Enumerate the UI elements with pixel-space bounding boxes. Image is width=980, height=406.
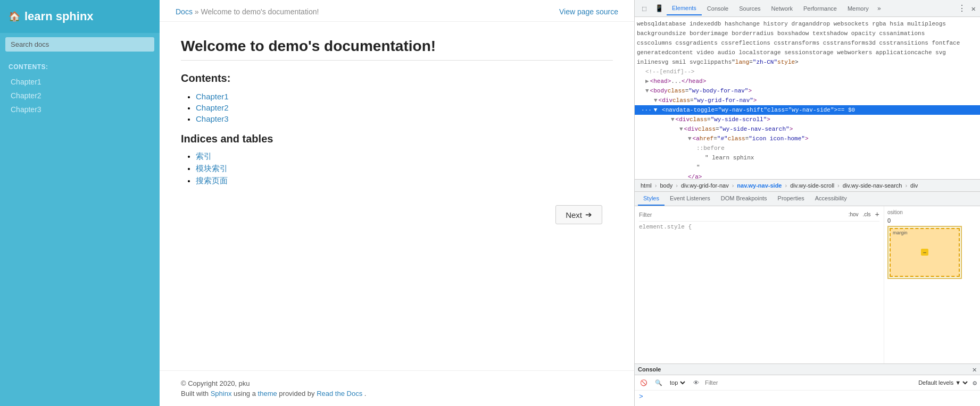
search-page-link[interactable]: 搜索页面	[196, 176, 228, 185]
styles-pseudo-filter[interactable]: :hov	[849, 212, 859, 217]
bc-div-scroll[interactable]: div.wy-side-scroll	[788, 182, 836, 189]
module-index-link[interactable]: 模块索引	[196, 164, 228, 173]
index-link[interactable]: 索引	[196, 151, 212, 160]
sidebar-item-chapter1[interactable]: Chapter1	[0, 75, 160, 89]
contents-section-title: Contents:	[181, 72, 613, 84]
styles-cls-filter[interactable]: .cls	[863, 212, 871, 217]
sidebar-nav: Chapter1 Chapter2 Chapter3	[0, 73, 160, 119]
box-model-margin: margin –	[890, 228, 960, 277]
devtools-styles-panel: :hov .cls + element.style {	[635, 206, 884, 364]
console-toolbar: 🚫 🔍 top 👁 Default levels ▼ ⚙	[635, 375, 980, 391]
html-line: csscolumns cssgradients cssreflections c…	[635, 38, 980, 48]
html-line: ▼ <div class="wy-grid-for-nav">	[635, 96, 980, 105]
html-line-selected[interactable]: ··· ▼ <nav data-toggle="wy-nav-shift" cl…	[635, 105, 980, 115]
index-list: 索引 模块索引 搜索页面	[181, 151, 613, 186]
console-filter-input[interactable]	[705, 379, 913, 386]
tab-styles[interactable]: Styles	[638, 192, 665, 206]
sidebar-contents-label: CONTENTS:	[0, 56, 160, 73]
bc-div[interactable]: div	[909, 182, 919, 189]
footer-copyright: © Copyright 2020, pku	[181, 379, 613, 387]
next-label: Next	[566, 210, 582, 219]
bc-div-grid[interactable]: div.wy-grid-for-nav	[679, 182, 730, 189]
tab-memory[interactable]: Memory	[842, 2, 874, 15]
breadcrumb-separator: »	[195, 7, 201, 16]
html-line: " learn sphinx	[635, 153, 980, 163]
indices-section-title: Indices and tables	[181, 133, 613, 145]
main-area: Docs » Welcome to demo's documentation! …	[160, 0, 634, 406]
breadcrumb-docs-link[interactable]: Docs	[176, 7, 193, 16]
tab-accessibility[interactable]: Accessibility	[810, 192, 852, 206]
element-style-block: element.style {	[639, 224, 879, 231]
toc-chapter2-link[interactable]: Chapter2	[196, 103, 229, 112]
sidebar-toggle-button[interactable]: <	[0, 192, 2, 214]
styles-add-rule-icon[interactable]: +	[875, 210, 879, 219]
element-style-label: element.style {	[639, 224, 879, 230]
list-item: 搜索页面	[196, 176, 613, 186]
tab-sources[interactable]: Sources	[734, 2, 766, 15]
margin-value: –	[921, 249, 928, 256]
devtools-breadcrumb: html › body › div.wy-grid-for-nav › nav.…	[635, 179, 980, 192]
console-filter-icon[interactable]: 🔍	[653, 377, 665, 388]
console-close-icon[interactable]: ✕	[973, 365, 977, 374]
tab-dom-breakpoints[interactable]: DOM Breakpoints	[716, 192, 773, 206]
devtools-menu-icon[interactable]: ⋮	[954, 3, 969, 13]
main-content: Welcome to demo's documentation! Content…	[160, 22, 634, 370]
devtools-top-tabs: ⬚ 📱 Elements Console Sources Network Per…	[635, 0, 980, 17]
html-line: "	[635, 163, 980, 172]
prompt-arrow-icon: >	[639, 393, 643, 401]
search-input[interactable]	[5, 37, 154, 52]
next-button[interactable]: Next ➔	[555, 205, 602, 224]
breadcrumb: Docs » Welcome to demo's documentation!	[176, 7, 319, 16]
sidebar-item-chapter3[interactable]: Chapter3	[0, 103, 160, 116]
toc-chapter3-link[interactable]: Chapter3	[196, 114, 229, 123]
html-line: <!--[endif]-->	[635, 67, 980, 77]
html-line: ▼ <body class="wy-body-for-nav">	[635, 86, 980, 96]
theme-link[interactable]: theme	[258, 390, 277, 397]
list-item: Chapter3	[196, 114, 613, 123]
page-title: Welcome to demo's documentation!	[181, 38, 613, 61]
tab-console[interactable]: Console	[702, 2, 734, 15]
bc-body[interactable]: body	[658, 182, 674, 189]
devtools-box-model-panel: osition 0 margin –	[884, 206, 980, 364]
devtools-close-icon[interactable]: ✕	[969, 4, 978, 13]
sidebar-title[interactable]: 🏠 learn sphinx	[0, 0, 160, 33]
console-clear-icon[interactable]: 🚫	[638, 377, 650, 388]
built-suffix: .	[364, 390, 367, 397]
tab-performance[interactable]: Performance	[798, 2, 842, 15]
tab-elements[interactable]: Elements	[667, 2, 702, 15]
list-item: 索引	[196, 151, 613, 162]
console-label: Console	[638, 366, 661, 373]
built-prefix: Built with	[181, 390, 211, 397]
console-settings-icon[interactable]: ⚙	[973, 379, 977, 387]
view-source-link[interactable]: View page source	[559, 7, 618, 16]
footer-built: Built with Sphinx using a theme provided…	[181, 390, 613, 397]
bc-nav[interactable]: nav.wy-nav-side	[735, 182, 783, 189]
console-levels-select[interactable]: Default levels ▼	[916, 379, 969, 386]
console-eye-icon[interactable]: 👁	[690, 377, 702, 388]
devtools-more-tabs[interactable]: »	[874, 3, 884, 14]
styles-filter-input[interactable]	[639, 212, 844, 218]
sphinx-link[interactable]: Sphinx	[211, 390, 232, 397]
sidebar-item-chapter2[interactable]: Chapter2	[0, 89, 160, 103]
bc-html[interactable]: html	[639, 182, 653, 189]
rtd-link[interactable]: Read the Docs	[317, 390, 362, 397]
devtools-bottom-tabs: Styles Event Listeners DOM Breakpoints P…	[635, 192, 980, 206]
footer: © Copyright 2020, pku Built with Sphinx …	[160, 370, 634, 406]
tab-event-listeners[interactable]: Event Listeners	[665, 192, 716, 206]
html-line: ▶ <head>...</head>	[635, 77, 980, 86]
devtools-panel: ⬚ 📱 Elements Console Sources Network Per…	[634, 0, 980, 406]
devtools-console-area: Console ✕ 🚫 🔍 top 👁 Default levels ▼ ⚙ >	[635, 363, 980, 406]
bc-div-search[interactable]: div.wy-side-nav-search	[841, 182, 904, 189]
html-line: inlinesvg smil svgclippaths" lang="zh-CN…	[635, 57, 980, 67]
devtools-inspect-icon[interactable]: ⬚	[637, 1, 652, 16]
styles-area: :hov .cls + element.style {	[635, 206, 884, 364]
tab-network[interactable]: Network	[766, 2, 798, 15]
tab-properties[interactable]: Properties	[773, 192, 810, 206]
toc-chapter1-link[interactable]: Chapter1	[196, 92, 229, 101]
sidebar-search-area	[0, 33, 160, 56]
devtools-device-icon[interactable]: 📱	[652, 1, 667, 16]
devtools-styles-split: :hov .cls + element.style { osition 0 ma…	[635, 206, 980, 364]
styles-filter-row: :hov .cls +	[639, 208, 879, 222]
html-line: websqldatabase indexeddb hashchange hist…	[635, 19, 980, 29]
console-context-select[interactable]: top	[668, 379, 687, 386]
